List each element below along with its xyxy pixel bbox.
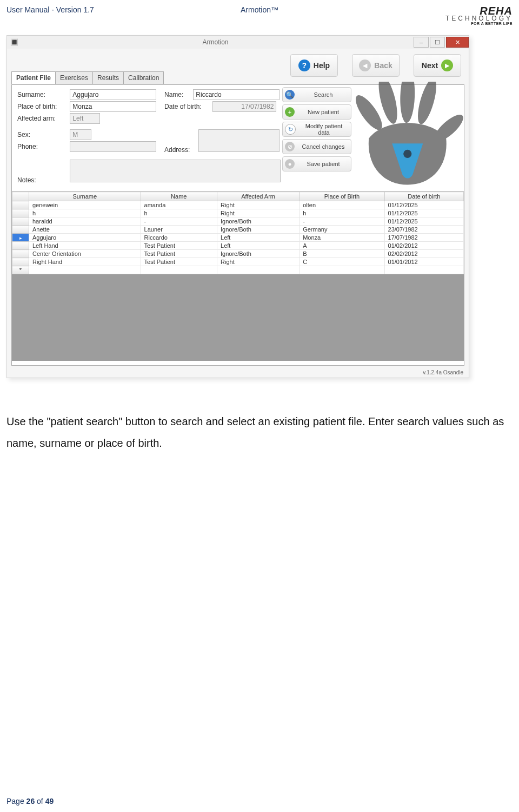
search-icon: 🔍 [285,90,295,100]
next-label: Next [422,61,438,70]
next-button[interactable]: Next ► [414,54,461,77]
table-row[interactable]: geneweinamandaRightolten01/12/2025 [12,201,464,209]
panel: Surname: Name: Place of birth: Date of b… [11,84,464,366]
search-button[interactable]: 🔍 Search [282,87,351,102]
table-row[interactable]: AggujaroRiccardoLeftMonza17/07/1982 [12,234,464,242]
notes-input[interactable] [70,160,281,182]
svg-point-3 [414,82,440,126]
table-row[interactable]: haraldd-Ignore/Both-01/12/2025 [12,217,464,226]
help-label: Help [314,61,330,70]
logo-line3: FOR A BETTER LIFE [445,22,513,25]
maximize-button[interactable]: ☐ [430,37,445,48]
surname-label: Surname: [17,91,68,98]
svg-point-5 [403,150,411,158]
refresh-icon: ↻ [285,124,296,135]
pob-label: Place of birth: [17,103,68,110]
new-row-handle[interactable]: * [12,266,29,274]
cancel-icon: ⊘ [285,142,295,151]
row-handle[interactable] [12,258,29,266]
logo-line2: TECHNOLOGY [445,15,513,22]
back-icon: ◄ [359,60,371,71]
help-icon: ? [298,60,310,71]
table-row[interactable]: Right HandTest PatientRightC01/01/2012 [12,258,464,266]
row-handle[interactable] [12,201,29,209]
cancel-button[interactable]: ⊘ Cancel changes [282,139,351,154]
plus-icon: + [285,107,295,117]
col-dob[interactable]: Date of birth [384,192,463,201]
col-arm[interactable]: Affected Arm [217,192,300,201]
tab-patient-file[interactable]: Patient File [11,71,56,84]
arm-label: Affected arm: [17,115,68,122]
row-handle[interactable] [12,226,29,234]
app-window: 🔳 Armotion – ☐ ✕ ? Help ◄ Back Next ► Pa… [6,35,469,378]
window-title: Armotion [18,38,412,46]
address-input[interactable] [198,129,280,152]
handprint-illustration [343,82,467,190]
tab-exercises[interactable]: Exercises [55,71,93,84]
table-row[interactable]: Left HandTest PatientLeftA01/02/2012 [12,242,464,250]
sex-input[interactable] [70,129,91,140]
help-button[interactable]: ? Help [290,54,338,77]
table-row[interactable]: hhRighth01/12/2025 [12,209,464,217]
row-handle[interactable] [12,250,29,258]
table-row[interactable]: Center OrientationTest PatientIgnore/Bot… [12,250,464,258]
version-label: v.1.2.4a Osandle [423,369,463,375]
new-patient-button[interactable]: + New patient [282,104,351,120]
phone-input[interactable] [70,141,156,152]
pob-input[interactable] [70,101,156,112]
page-footer: Page 26 of 49 [6,797,54,806]
header-left: User Manual - Version 1.7 [6,5,175,14]
tab-calibration[interactable]: Calibration [123,71,164,84]
modify-label: Modify patient data [299,123,349,136]
back-label: Back [374,61,392,70]
modify-button[interactable]: ↻ Modify patient data [282,122,351,137]
grid-empty-area [12,274,464,361]
col-pob[interactable]: Place of Birth [300,192,384,201]
col-name[interactable]: Name [141,192,217,201]
col-surname[interactable]: Surname [29,192,141,201]
logo: REHA TECHNOLOGY FOR A BETTER LIFE [445,5,513,25]
search-label: Search [298,91,349,98]
surname-input[interactable] [70,89,156,100]
minimize-button[interactable]: – [414,37,429,48]
save-icon: ● [285,159,295,169]
app-icon: 🔳 [10,38,18,46]
dob-input[interactable] [212,101,276,112]
row-handle[interactable] [12,217,29,226]
dob-label: Date of birth: [164,103,211,110]
svg-point-2 [400,82,416,123]
row-handle[interactable] [12,209,29,217]
save-button[interactable]: ● Save patient [282,156,351,171]
new-label: New patient [298,109,349,115]
back-button[interactable]: ◄ Back [352,54,400,77]
notes-label: Notes: [17,176,68,184]
body-text: Use the "patient search" button to searc… [6,411,513,454]
doc-header: User Manual - Version 1.7 Armotion™ REHA… [6,5,513,25]
titlebar: 🔳 Armotion – ☐ ✕ [7,36,469,49]
address-label: Address: [164,146,197,154]
close-button[interactable]: ✕ [446,37,469,48]
phone-label: Phone: [17,143,68,150]
sex-label: Sex: [17,131,68,138]
save-label: Save patient [298,161,349,167]
row-handle[interactable] [12,242,29,250]
next-icon: ► [441,60,453,71]
name-label: Name: [164,91,191,98]
tabs: Patient File Exercises Results Calibrati… [11,71,163,84]
header-center: Armotion™ [175,5,344,14]
name-input[interactable] [193,89,280,100]
patient-grid[interactable]: Surname Name Affected Arm Place of Birth… [12,191,464,365]
table-row[interactable]: AnetteLaunerIgnore/BothGermany23/07/1982 [12,226,464,234]
tab-results[interactable]: Results [92,71,124,84]
row-handle[interactable] [12,234,29,242]
cancel-label: Cancel changes [298,143,349,150]
arm-input[interactable] [70,113,100,124]
